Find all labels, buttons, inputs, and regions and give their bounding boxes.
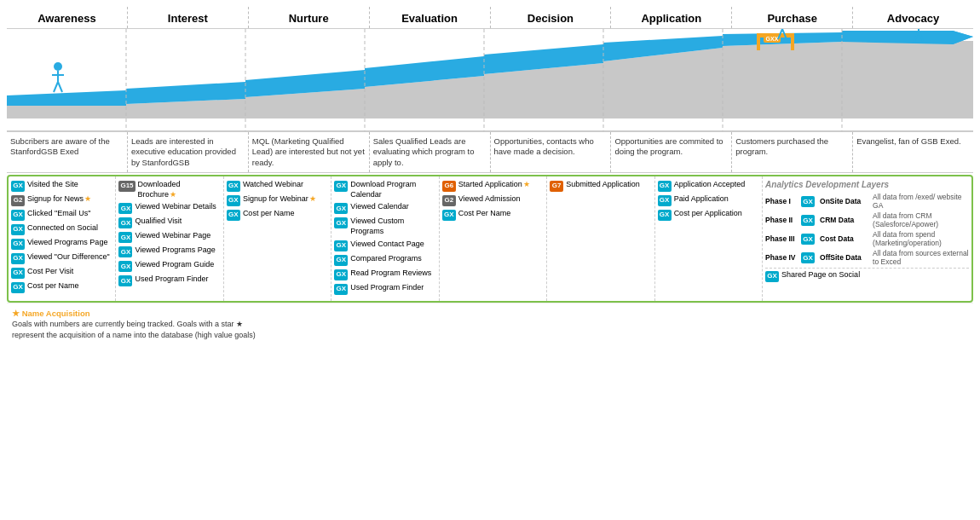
phase-label: Phase III <box>765 234 801 243</box>
stage-interest: Interest <box>128 7 249 28</box>
goal-item: GXViewed Contact Page <box>334 240 435 251</box>
goal-item: GXUsed Program Finder <box>118 274 220 286</box>
goal-text: Application Accepted <box>674 180 746 190</box>
goal-text: Viewed Admission <box>458 194 521 205</box>
goal-badge: GX <box>658 210 672 221</box>
goal-badge: GX <box>11 239 25 250</box>
goal-text: Clicked "Email Us" <box>27 209 90 219</box>
stage-advocacy: Advocacy <box>853 7 973 28</box>
goal-text: Read Program Reviews <box>350 269 431 279</box>
goal-item: GXViewed Programs Page <box>11 238 112 250</box>
goal-text: Paid Application <box>674 194 729 205</box>
goal-item: GXQualified Visit <box>118 217 220 228</box>
svg-line-26 <box>58 82 62 92</box>
goal-badge: G2 <box>442 195 456 206</box>
svg-line-25 <box>54 82 58 92</box>
phase-badge: GX <box>801 196 815 207</box>
goal-badge: G2 <box>11 195 25 206</box>
analytics-phase-row: Phase IIIGXCost DataAll data from spend … <box>765 230 969 247</box>
goal-badge: GX <box>227 181 240 192</box>
goal-item: GXRead Program Reviews <box>334 269 435 280</box>
journey-svg: GXX <box>7 29 973 131</box>
goal-badge: GX <box>11 282 25 293</box>
goal-text: Viewed Webinar Details <box>135 202 216 212</box>
goal-text: Watched Webinar <box>243 180 303 190</box>
goal-text: Shared Page on Social <box>781 270 860 280</box>
phase-data-label: Cost Data <box>820 234 869 243</box>
phase-label: Phase II <box>765 216 801 224</box>
goal-item: GXClicked "Email Us" <box>11 209 112 221</box>
goal-star: ★ <box>170 190 176 199</box>
phase-desc: All data from sources external to Exced <box>873 249 969 266</box>
goals-box: GXVisited the SiteG2Signup for News★GXCl… <box>7 175 973 303</box>
goal-item: GXCost per Name <box>11 281 112 293</box>
desc-decision: Opportunities, contacts who have made a … <box>491 132 612 172</box>
goal-item: GXCost per Name <box>227 209 328 221</box>
goal-text: Viewed Calendar <box>350 202 408 212</box>
goal-badge: GX <box>658 181 672 192</box>
goal-badge: GX <box>118 261 132 272</box>
journey-row: GXX <box>7 29 973 131</box>
goal-badge: GX <box>118 275 132 286</box>
goal-item: GXViewed Programs Page <box>118 246 220 257</box>
goal-text: Used Program Finder <box>135 274 208 285</box>
goal-text: Viewed Custom Programs <box>350 217 435 236</box>
goals-col-6: GXApplication AcceptedGXPaid Application… <box>655 176 763 301</box>
goal-item: GXCompared Programs <box>334 254 435 266</box>
goal-badge: GX <box>334 203 348 214</box>
phase-data-label: OffSite Data <box>820 253 869 262</box>
goal-text: Cost Per Visit <box>27 267 73 277</box>
goal-item: GXViewed Program Guide <box>118 260 220 272</box>
goal-badge: GX <box>227 210 240 221</box>
desc-nurture: MQL (Marketing Qualified Lead) are inter… <box>249 132 370 172</box>
goal-badge: GX <box>658 195 672 206</box>
goal-item: GXViewed Calendar <box>334 202 435 214</box>
svg-text:GXX: GXX <box>766 36 779 42</box>
desc-advocacy: Evangelist, fan of GSB Exed. <box>853 132 973 172</box>
goal-item: GXViewed Custom Programs <box>334 217 435 236</box>
goal-text: Viewed Program Guide <box>135 260 214 270</box>
page-container: Awareness Interest Nurture Evaluation De… <box>0 0 980 351</box>
goal-text: Cost per Application <box>674 209 742 219</box>
goal-text: Started Application★ <box>458 180 530 190</box>
goals-col-3: GXDownload Program CalendarGXViewed Cale… <box>331 176 439 301</box>
goal-badge: GX <box>118 203 132 214</box>
goal-item: G15Downloaded Brochure★ <box>118 180 220 199</box>
goal-item: GXUsed Program Finder <box>334 283 435 295</box>
goal-text: Visited the Site <box>27 180 78 190</box>
goal-item: GXCost Per Visit <box>11 267 112 279</box>
goal-badge: G7 <box>550 181 563 192</box>
stages-header: Awareness Interest Nurture Evaluation De… <box>7 7 973 29</box>
goal-text: Qualified Visit <box>135 217 182 227</box>
goal-item: GXViewed "Our Difference" <box>11 252 112 264</box>
analytics-phase-row: Phase IGXOnSite DataAll data from /exed/… <box>765 193 969 210</box>
stage-awareness: Awareness <box>7 7 128 28</box>
goal-item: G7Submitted Application <box>550 180 651 192</box>
goal-text: Viewed Contact Page <box>350 240 424 250</box>
goal-text: Submitted Application <box>566 180 640 190</box>
phase-desc: All data from /exed/ website GA <box>873 193 969 210</box>
stage-application: Application <box>611 7 732 28</box>
phase-desc: All data from CRM (Salesforce/Apower) <box>873 211 969 228</box>
goal-badge: G15 <box>118 181 135 192</box>
goal-badge: GX <box>118 232 132 243</box>
goal-item: GXApplication Accepted <box>658 180 759 192</box>
footer-note: ★ Name AcquisitionGoals with numbers are… <box>7 303 973 344</box>
goal-text: Viewed Programs Page <box>27 238 107 248</box>
goal-text: Used Program Finder <box>350 283 424 293</box>
goals-col-0: GXVisited the SiteG2Signup for News★GXCl… <box>9 176 116 301</box>
goal-badge: GX <box>334 181 348 192</box>
goal-item: GXCost per Application <box>658 209 759 221</box>
goal-badge: GX <box>227 195 240 206</box>
goal-item: G2Viewed Admission <box>442 194 544 206</box>
goal-badge: GX <box>765 271 779 282</box>
goal-badge: GX <box>118 217 132 228</box>
goal-item: GXWatched Webinar <box>227 180 328 192</box>
goal-item: G2Signup for News★ <box>11 194 112 206</box>
footer-title: ★ Name Acquisition <box>12 308 968 319</box>
goal-star: ★ <box>84 194 91 203</box>
desc-awareness: Subcribers are aware of the StanfordGSB … <box>7 132 128 172</box>
stage-nurture: Nurture <box>249 7 370 28</box>
desc-application: Opportunities are commited to doing the … <box>611 132 732 172</box>
goal-text: Cost Per Name <box>458 209 511 219</box>
